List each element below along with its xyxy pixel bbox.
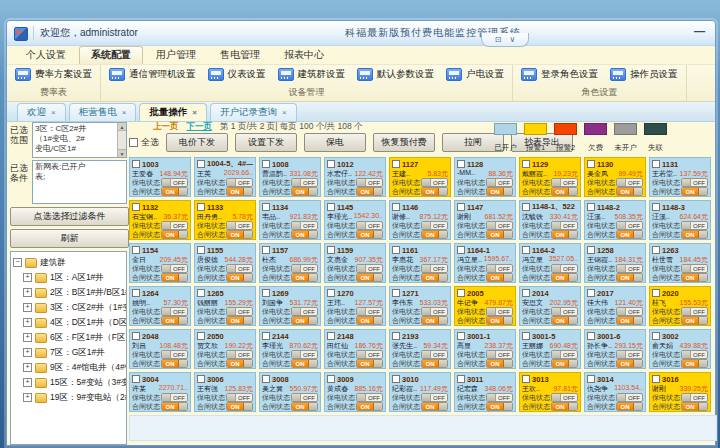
room-card[interactable]: 3008吴之翼550.97元保电状态OFF合闸状态ON: [259, 372, 321, 412]
card-checkbox[interactable]: [392, 375, 400, 383]
ribbon-button[interactable]: 费率方案设置: [15, 68, 92, 81]
room-card[interactable]: 1271李伟东533.03元保电状态OFF合闸状态ON: [389, 286, 451, 326]
gate-state-toggle[interactable]: ON: [421, 273, 448, 282]
power-protect-toggle[interactable]: OFF: [551, 178, 578, 187]
power-protect-toggle[interactable]: OFF: [486, 307, 513, 316]
ribbon-button[interactable]: 仪表设置: [208, 68, 266, 81]
power-protect-toggle[interactable]: OFF: [291, 307, 318, 316]
card-checkbox[interactable]: [522, 375, 530, 383]
ribbon-button[interactable]: 默认参数设置: [357, 68, 434, 81]
card-checkbox[interactable]: [587, 375, 595, 383]
power-protect-toggle[interactable]: OFF: [616, 264, 643, 273]
card-checkbox[interactable]: [652, 203, 660, 211]
card-checkbox[interactable]: [132, 246, 140, 254]
gate-state-toggle[interactable]: ON: [681, 273, 708, 282]
room-card[interactable]: 1129戴丽霞..19.23元保电状态OFF合闸状态ON: [519, 157, 581, 197]
room-card[interactable]: 1133田丹勇..5.78元保电状态OFF合闸状态ON: [194, 200, 256, 240]
gate-state-toggle[interactable]: ON: [681, 359, 708, 368]
collapse-icon[interactable]: −: [13, 258, 22, 267]
gate-state-toggle[interactable]: ON: [421, 230, 448, 239]
close-icon[interactable]: ×: [51, 108, 56, 117]
card-checkbox[interactable]: [652, 332, 660, 340]
tree-item[interactable]: +4区：D区1#井（D区1: [13, 315, 124, 330]
gate-state-toggle[interactable]: ON: [486, 359, 513, 368]
room-card[interactable]: 1258王锦霞..184.31元保电状态OFF合闸状态ON: [584, 243, 646, 283]
card-checkbox[interactable]: [327, 246, 335, 254]
gate-state-toggle[interactable]: ON: [226, 273, 253, 282]
power-protect-toggle[interactable]: OFF: [421, 350, 448, 359]
room-card[interactable]: 2014安思文202.95元保电状态OFF合闸状态ON: [519, 286, 581, 326]
room-card[interactable]: 1263杜世雪184.45元保电状态OFF合闸状态ON: [649, 243, 711, 283]
power-protect-toggle[interactable]: OFF: [161, 264, 188, 273]
gate-state-toggle[interactable]: ON: [616, 316, 643, 325]
expand-icon[interactable]: +: [23, 288, 32, 297]
power-protect-toggle[interactable]: OFF: [291, 178, 318, 187]
room-card[interactable]: 1004-5、4#—王英2029.66..保电状态OFF合闸状态ON: [194, 157, 256, 197]
card-checkbox[interactable]: [652, 160, 660, 168]
power-protect-toggle[interactable]: OFF: [681, 178, 708, 187]
gate-state-toggle[interactable]: ON: [356, 359, 383, 368]
card-checkbox[interactable]: [197, 332, 205, 340]
power-protect-toggle[interactable]: OFF: [356, 307, 383, 316]
room-card[interactable]: 1270王玮..127.57元保电状态OFF合闸状态ON: [324, 286, 386, 326]
gate-state-toggle[interactable]: ON: [486, 273, 513, 282]
card-checkbox[interactable]: [392, 246, 400, 254]
ribbon-button[interactable]: 户电设置: [446, 68, 504, 81]
power-protect-toggle[interactable]: OFF: [161, 178, 188, 187]
power-protect-toggle[interactable]: OFF: [616, 178, 643, 187]
gate-state-toggle[interactable]: ON: [681, 402, 708, 411]
power-protect-toggle[interactable]: OFF: [421, 221, 448, 230]
menu-tab[interactable]: 售电管理: [209, 47, 271, 64]
menu-tab[interactable]: 报表中心: [273, 47, 335, 64]
power-protect-toggle[interactable]: OFF: [681, 264, 708, 273]
room-card[interactable]: 1132石宝铜..36.37元保电状态OFF合闸状态ON: [129, 200, 191, 240]
card-checkbox[interactable]: [522, 246, 530, 254]
room-card[interactable]: 1127王建..5.83元保电状态OFF合闸状态ON: [389, 157, 451, 197]
card-checkbox[interactable]: [457, 332, 465, 340]
room-card[interactable]: 1146谢修..875.12元保电状态OFF合闸状态ON: [389, 200, 451, 240]
prev-page-link[interactable]: 上一页: [153, 121, 179, 133]
power-protect-toggle[interactable]: OFF: [681, 350, 708, 359]
room-card[interactable]: 2048刘昌108.48元保电状态OFF合闸状态ON: [129, 329, 191, 369]
gate-state-toggle[interactable]: ON: [161, 359, 188, 368]
room-card[interactable]: 1145李瑾光..1542.30..保电状态OFF合闸状态ON: [324, 200, 386, 240]
card-checkbox[interactable]: [197, 246, 205, 254]
card-checkbox[interactable]: [457, 203, 465, 211]
card-checkbox[interactable]: [132, 160, 140, 168]
card-checkbox[interactable]: [262, 375, 270, 383]
refresh-button[interactable]: 刷新: [10, 229, 129, 248]
power-protect-toggle[interactable]: OFF: [681, 307, 708, 316]
card-checkbox[interactable]: [392, 289, 400, 297]
power-protect-toggle[interactable]: OFF: [161, 307, 188, 316]
room-card[interactable]: 1159文惠金907.35元保电状态OFF合闸状态ON: [324, 243, 386, 283]
tree-root[interactable]: −建筑群: [13, 255, 124, 270]
gate-state-toggle[interactable]: ON: [421, 316, 448, 325]
gate-state-toggle[interactable]: ON: [356, 230, 383, 239]
gate-state-toggle[interactable]: ON: [616, 402, 643, 411]
power-protect-toggle[interactable]: OFF: [226, 307, 253, 316]
card-checkbox[interactable]: [327, 160, 335, 168]
power-protect-toggle[interactable]: OFF: [291, 221, 318, 230]
gate-state-toggle[interactable]: ON: [226, 230, 253, 239]
room-card[interactable]: 2005牛记争479.87元保电状态OFF合闸状态ON: [454, 286, 516, 326]
listbox-scrollbar[interactable]: ▲▼: [117, 123, 126, 157]
power-protect-toggle[interactable]: OFF: [356, 350, 383, 359]
card-checkbox[interactable]: [522, 289, 530, 297]
room-card[interactable]: 3001-1高显238.37元保电状态OFF合闸状态ON: [454, 329, 516, 369]
room-card[interactable]: 1130吴金凤99.49元保电状态OFF合闸状态ON: [584, 157, 646, 197]
room-card[interactable]: 2017佳大伟121.40元保电状态OFF合闸状态ON: [584, 286, 646, 326]
room-card[interactable]: 1131王若堂..137.59元保电状态OFF合闸状态ON: [649, 157, 711, 197]
close-icon[interactable]: ×: [282, 108, 287, 117]
power-protect-toggle[interactable]: OFF: [616, 393, 643, 402]
room-card[interactable]: 3010纪彩霞..117.49元保电状态OFF合闸状态ON: [389, 372, 451, 412]
power-protect-toggle[interactable]: OFF: [421, 393, 448, 402]
card-checkbox[interactable]: [132, 332, 140, 340]
power-protect-toggle[interactable]: OFF: [291, 350, 318, 359]
room-card[interactable]: 2050贾文欣190.22元保电状态OFF合闸状态ON: [194, 329, 256, 369]
gate-state-toggle[interactable]: ON: [421, 187, 448, 196]
room-card[interactable]: 1148-2汪溪..508.35元保电状态OFF合闸状态ON: [584, 200, 646, 240]
card-checkbox[interactable]: [522, 160, 530, 168]
gate-state-toggle[interactable]: ON: [291, 316, 318, 325]
power-protect-toggle[interactable]: OFF: [161, 393, 188, 402]
room-card[interactable]: 1164-2冯立星3527.05..保电状态OFF合闸状态ON: [519, 243, 581, 283]
